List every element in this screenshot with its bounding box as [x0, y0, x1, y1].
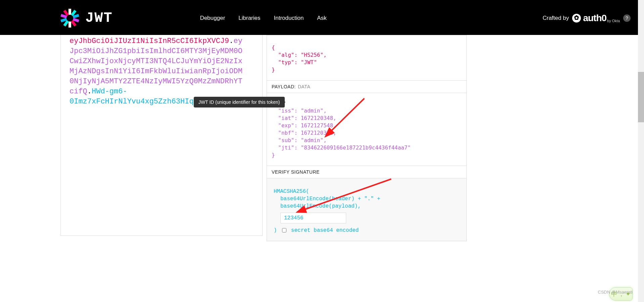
decoded-header-body[interactable]: { "alg": "HS256", "typ": "JWT" } — [267, 35, 467, 81]
payload-sub: DATA — [298, 84, 310, 89]
decoded-payload-json: { "iss": "admin", "iat": 1672120348, "ex… — [272, 100, 462, 159]
jti-tooltip: JWT ID (unique identifier for this token… — [194, 97, 285, 107]
token-dot-1: . — [229, 37, 233, 45]
nav-libraries[interactable]: Libraries — [238, 15, 260, 21]
encoded-token[interactable]: eyJhbGciOiJIUzI1NiIsInR5cCI6IkpXVCJ9.eyJ… — [70, 35, 254, 107]
nav-ask[interactable]: Ask — [317, 15, 326, 21]
verify-line1: base64UrlEncode(header) + "." + — [274, 195, 460, 203]
secret-input[interactable] — [280, 213, 346, 223]
verify-section-head: VERIFY SIGNATURE — [267, 166, 467, 178]
nav-debugger[interactable]: Debugger — [200, 15, 225, 21]
scrollbar-track[interactable] — [638, 0, 644, 302]
payload-section-head: PAYLOAD: DATA — [267, 81, 467, 93]
crafted-by-label: Crafted by — [543, 15, 569, 21]
verify-label: VERIFY SIGNATURE — [272, 169, 320, 175]
auth0-icon — [572, 14, 581, 23]
payload-label: PAYLOAD: — [272, 84, 296, 89]
crafted-by: Crafted by auth0 by Okta ? — [543, 13, 631, 24]
base64-checkbox[interactable] — [282, 228, 286, 232]
decoded-payload-body[interactable]: { "iss": "admin", "iat": 1672120348, "ex… — [267, 93, 467, 166]
token-header-segment: eyJhbGciOiJIUzI1NiIsInR5cCI6IkpXVCJ9 — [70, 37, 229, 45]
logo-text: JWT — [85, 10, 113, 26]
auth0-badge[interactable]: auth0 by Okta — [572, 13, 620, 24]
auth0-name: auth0 — [583, 13, 606, 24]
svg-rect-1 — [68, 21, 71, 28]
scrollbar-thumb[interactable] — [638, 72, 644, 122]
verify-close-paren: ) — [274, 227, 277, 233]
help-icon[interactable]: ? — [623, 14, 631, 22]
verify-line2: base64UrlEncode(payload), — [274, 203, 460, 210]
logo[interactable]: JWT — [60, 9, 113, 28]
watermark: CSDN @Msaerati — [598, 290, 633, 295]
svg-rect-0 — [68, 9, 71, 15]
verify-body: HMACSHA256( base64UrlEncode(header) + ".… — [267, 178, 467, 241]
verify-fn-open: HMACSHA256( — [274, 188, 460, 195]
token-payload-segment: eyJpc3MiOiJhZG1pbiIsImlhdCI6MTY3MjEyMDM0… — [70, 37, 242, 96]
auth0-okta: by Okta — [607, 19, 620, 23]
decoded-header-json: { "alg": "HS256", "typ": "JWT" } — [272, 44, 462, 74]
nav-introduction[interactable]: Introduction — [274, 15, 304, 21]
token-dot-2: . — [87, 87, 92, 96]
nav-links: Debugger Libraries Introduction Ask — [200, 15, 327, 21]
jwt-logo-icon — [60, 9, 79, 28]
encoded-panel[interactable]: eyJhbGciOiJIUzI1NiIsInR5cCI6IkpXVCJ9.eyJ… — [60, 35, 263, 236]
top-nav: JWT Debugger Libraries Introduction Ask … — [0, 1, 644, 35]
base64-label[interactable]: secret base64 encoded — [291, 227, 359, 233]
